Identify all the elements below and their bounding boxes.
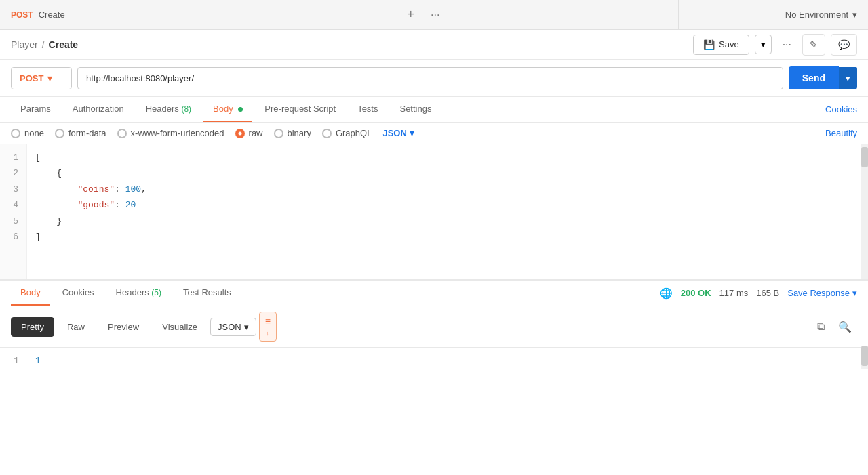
request-tabs: Params Authorization Headers (8) Body Pr… [0,97,868,123]
save-label: Save [719,39,739,49]
option-none[interactable]: none [11,128,44,138]
line-numbers: 1 2 3 4 5 6 [0,144,27,279]
save-arrow-icon: ▾ [761,39,766,49]
response-tabs-bar: Body Cookies Headers (5) Test Results 🌐 … [0,281,868,306]
comment-button[interactable]: 💬 [831,34,857,56]
body-dot [238,107,243,112]
edit-icon: ✎ [810,39,818,50]
environment-selector[interactable]: No Environment ▾ [785,9,857,20]
resp-tab-headers[interactable]: Headers (5) [106,281,171,306]
response-meta: 🌐 200 OK 117 ms 165 B Save Response ▾ [660,287,857,300]
option-raw-label: raw [249,128,263,138]
breadcrumb-separator: / [42,39,45,50]
save-disk-icon: 💾 [703,39,715,50]
response-size: 165 B [756,288,779,298]
copy-response-button[interactable]: ⧉ [812,318,830,335]
save-dropdown-button[interactable]: ▾ [755,35,772,54]
tab-more-button[interactable]: ··· [431,9,439,21]
code-editor[interactable]: 1 2 3 4 5 6 [ { "coins": 100, "goods": 2… [0,144,868,280]
request-title: Create [39,9,65,20]
tab-body[interactable]: Body [203,97,252,122]
breadcrumb-current: Create [49,39,79,50]
option-urlencoded-label: x-www-form-urlencoded [131,128,224,138]
breadcrumb-parent[interactable]: Player [11,39,38,50]
response-time: 117 ms [719,288,749,298]
option-binary-label: binary [288,128,311,138]
response-scrollbar[interactable] [861,353,868,369]
response-section: Body Cookies Headers (5) Test Results 🌐 … [0,280,868,374]
option-graphql[interactable]: GraphQL [322,128,372,138]
tab-tests[interactable]: Tests [348,97,387,122]
view-raw-button[interactable]: Raw [57,317,95,337]
wrap-button[interactable]: ≡↓ [259,312,277,342]
method-chevron-icon: ▾ [47,73,52,83]
option-binary[interactable]: binary [274,128,311,138]
tab-authorization[interactable]: Authorization [63,97,134,122]
url-bar: POST ▾ Send ▾ [0,60,868,97]
comment-icon: 💬 [838,39,850,50]
option-form-data-label: form-data [68,128,106,138]
radio-urlencoded [117,129,127,138]
save-response-button[interactable]: Save Response ▾ [787,288,857,298]
response-format-selector[interactable]: JSON ▾ [210,318,256,336]
env-chevron-icon: ▾ [852,9,857,20]
view-visualize-button[interactable]: Visualize [152,317,208,337]
method-label: POST [20,73,43,83]
env-label: No Environment [785,9,848,20]
breadcrumb-bar: Player / Create 💾 Save ▾ ··· ✎ 💬 [0,30,868,60]
option-graphql-label: GraphQL [336,128,372,138]
headers-badge: (8) [181,104,191,114]
editor-scrollbar[interactable] [861,144,868,279]
top-bar-center: + ··· [163,0,678,29]
send-button-group: Send ▾ [789,66,857,89]
code-content[interactable]: [ { "coins": 100, "goods": 20 } ] [27,144,861,279]
resp-format-chevron-icon: ▾ [244,322,249,332]
top-bar-right: No Environment ▾ [678,0,868,29]
new-tab-button[interactable]: + [402,7,420,22]
save-button[interactable]: 💾 Save [693,35,749,55]
resp-tab-test-results[interactable]: Test Results [174,281,241,306]
cookies-link[interactable]: Cookies [825,98,857,121]
editor-scrollbar-thumb [861,147,868,167]
format-selector[interactable]: JSON ▾ [382,128,414,138]
copy-icon: ⧉ [817,321,825,332]
method-selector[interactable]: POST ▾ [11,67,72,89]
edit-button[interactable]: ✎ [802,34,825,56]
url-input[interactable] [77,67,783,89]
top-bar: POST Create + ··· No Environment ▾ [0,0,868,30]
response-code: 1 1 [0,348,868,374]
tab-params[interactable]: Params [11,97,60,122]
radio-none [11,129,20,138]
tab-pre-request-script[interactable]: Pre-request Script [255,97,345,122]
response-line-1: 1 [35,356,41,366]
option-none-label: none [24,128,44,138]
resp-tab-body[interactable]: Body [11,281,50,306]
breadcrumb-actions: 💾 Save ▾ ··· ✎ 💬 [693,34,857,56]
option-urlencoded[interactable]: x-www-form-urlencoded [117,128,224,138]
resp-tab-cookies[interactable]: Cookies [53,281,104,306]
option-form-data[interactable]: form-data [55,128,106,138]
radio-raw [235,129,245,138]
view-pretty-button[interactable]: Pretty [11,317,54,337]
response-line-numbers: 1 [0,353,27,369]
body-options: none form-data x-www-form-urlencoded raw… [0,123,868,144]
response-code-content: 1 [27,353,861,369]
search-icon: 🔍 [838,321,852,333]
view-preview-button[interactable]: Preview [98,317,149,337]
radio-graphql [322,129,332,138]
format-label: JSON [382,128,406,138]
beautify-button[interactable]: Beautify [825,128,857,138]
top-bar-left: POST Create [0,9,163,20]
search-response-button[interactable]: 🔍 [833,318,857,336]
save-response-label: Save Response [787,288,850,298]
send-main-button[interactable]: Send [789,66,839,89]
option-raw[interactable]: raw [235,128,263,138]
send-dropdown-button[interactable]: ▾ [839,67,857,89]
more-options-button[interactable]: ··· [777,36,797,54]
radio-form-data [55,129,64,138]
response-status: 200 OK [681,288,711,298]
tab-settings[interactable]: Settings [390,97,441,122]
wrap-icon: ≡↓ [265,316,271,337]
tab-headers[interactable]: Headers (8) [136,97,201,122]
save-response-chevron-icon: ▾ [852,288,857,298]
